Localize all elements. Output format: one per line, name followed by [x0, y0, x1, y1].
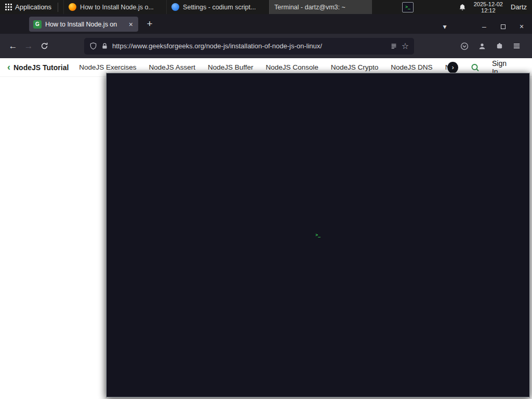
url-bar[interactable]: https://www.geeksforgeeks.org/node-js/in… [84, 38, 414, 55]
applications-label: Applications [15, 3, 51, 11]
browser-navigation-bar: ← → https://www.geeksforgeeks.org/node-j… [0, 34, 532, 58]
top-panel: Applications How to Install Node.js o...… [0, 0, 532, 14]
minimize-window-button[interactable]: – [478, 22, 490, 31]
nav-scroll-right-button[interactable]: › [447, 62, 458, 73]
list-all-tabs-button[interactable]: ▾ [438, 22, 451, 31]
panel-clock[interactable]: 2025-12-02 12:12 [474, 1, 503, 14]
lock-icon[interactable] [101, 43, 108, 49]
panel-right-cluster: 2025-12-02 12:12 Dartz [459, 0, 532, 14]
tab-close-button[interactable]: × [128, 20, 134, 29]
nav-scroll-left-chevron[interactable]: ‹ [7, 62, 10, 73]
reload-icon [41, 42, 48, 50]
panel-separator [58, 3, 58, 12]
nav-link-nodejs-assert[interactable]: NodeJS Assert [149, 63, 195, 71]
reload-button[interactable] [36, 38, 52, 54]
taskbar-window-title: Terminal - dartz@vm3: ~ [274, 4, 345, 11]
firefox-icon [69, 3, 76, 11]
new-tab-button[interactable]: + [143, 18, 156, 30]
tracking-shield-icon[interactable] [89, 42, 97, 50]
close-window-button[interactable]: × [515, 22, 528, 31]
codium-icon [171, 3, 179, 11]
site-nav-links: NodeJS ExercisesNodeJS AssertNodeJS Buff… [79, 63, 447, 71]
account-icon[interactable] [478, 42, 486, 50]
tray-terminal-icon[interactable]: >_ [402, 2, 414, 12]
toolbar-icons [460, 42, 527, 50]
maximize-window-button[interactable] [497, 22, 509, 31]
nav-link-nodejs-console[interactable]: NodeJS Console [265, 63, 318, 71]
menu-hamburger-icon[interactable] [513, 42, 521, 50]
extensions-icon[interactable] [496, 42, 503, 50]
nav-link-nodejs-crypto[interactable]: NodeJS Crypto [331, 63, 379, 71]
browser-tab[interactable]: G How to Install Node.js on × [29, 17, 138, 32]
nav-link-nodejs-exercises[interactable]: NodeJS Exercises [79, 63, 136, 71]
panel-username[interactable]: Dartz [511, 3, 527, 11]
maximize-icon [501, 24, 506, 29]
nav-link-nodejs-buffer[interactable]: NodeJS Buffer [208, 63, 254, 71]
applications-grid-icon [5, 4, 12, 10]
clock-date: 2025-12-02 [474, 1, 503, 7]
browser-tab-bar: G How to Install Node.js on × + ▾ – × [0, 14, 532, 34]
pocket-icon[interactable] [460, 42, 469, 50]
geeksforgeeks-favicon: G [33, 20, 42, 29]
desktop: Applications How to Install Node.js o...… [0, 0, 532, 399]
url-text[interactable]: https://www.geeksforgeeks.org/node-js/in… [112, 42, 386, 50]
search-icon[interactable] [471, 63, 480, 72]
taskbar-window-title: Settings - codium script... [183, 4, 256, 11]
window-controls: ▾ – × [438, 22, 532, 34]
window-taskbar: How to Install Node.js o...Settings - co… [63, 0, 372, 14]
taskbar-window-terminal[interactable]: >_Terminal - dartz@vm3: ~ [269, 0, 372, 14]
nav-link-nodejs-tutorial[interactable]: NodeJS Tutorial [14, 63, 69, 72]
clock-time: 12:12 [481, 7, 496, 14]
reader-mode-icon[interactable] [390, 43, 397, 50]
taskbar-window-codium[interactable]: Settings - codium script... [166, 0, 269, 14]
taskbar-window-firefox[interactable]: How to Install Node.js o... [63, 0, 166, 14]
applications-menu[interactable]: Applications [0, 0, 57, 14]
bookmark-star-icon[interactable]: ☆ [402, 41, 409, 51]
tab-title: How to Install Node.js on [45, 21, 124, 28]
notification-bell-icon[interactable] [459, 4, 466, 11]
taskbar-window-title: How to Install Node.js o... [80, 4, 154, 11]
back-button[interactable]: ← [5, 38, 21, 54]
nav-link-nodejs-dns[interactable]: NodeJS DNS [391, 63, 432, 71]
forward-button[interactable]: → [21, 38, 36, 54]
